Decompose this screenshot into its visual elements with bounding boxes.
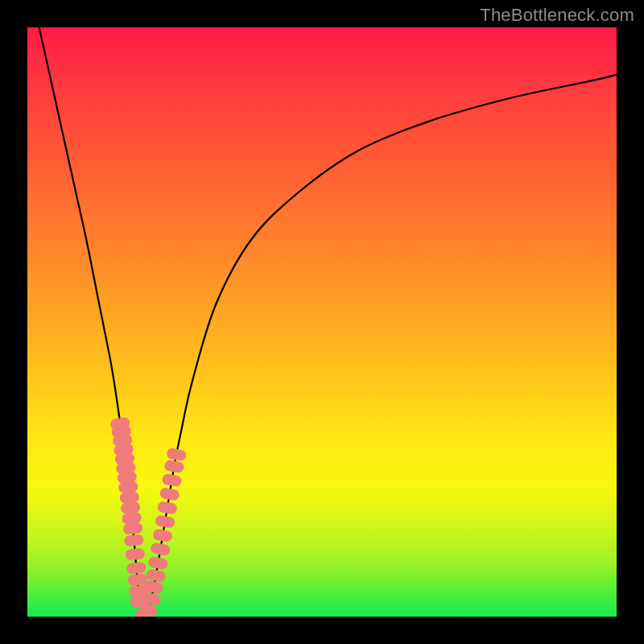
overlay-bead [147, 556, 168, 570]
overlay-bead [163, 460, 184, 473]
overlay-bead [125, 548, 145, 560]
overlay-bead [124, 535, 144, 547]
overlay-bead [122, 512, 142, 525]
overlay-bead [159, 487, 180, 501]
overlay-bead [155, 514, 175, 528]
overlay-bead [157, 501, 178, 514]
overlay-bead [152, 529, 173, 543]
overlay-bead [162, 473, 183, 487]
watermark-text: TheBottleneck.com [480, 5, 634, 26]
overlay-bead [150, 543, 171, 556]
overlay-bead [119, 491, 139, 504]
overlay-bead [120, 502, 140, 514]
chart-frame: TheBottleneck.com [0, 0, 644, 644]
dot-overlay-group [109, 417, 187, 617]
overlay-bead [145, 568, 166, 583]
curve-layer [27, 27, 617, 617]
overlay-bead [126, 562, 147, 575]
overlay-bead [166, 448, 187, 462]
plot-area [27, 27, 617, 617]
overlay-bead [122, 522, 142, 535]
